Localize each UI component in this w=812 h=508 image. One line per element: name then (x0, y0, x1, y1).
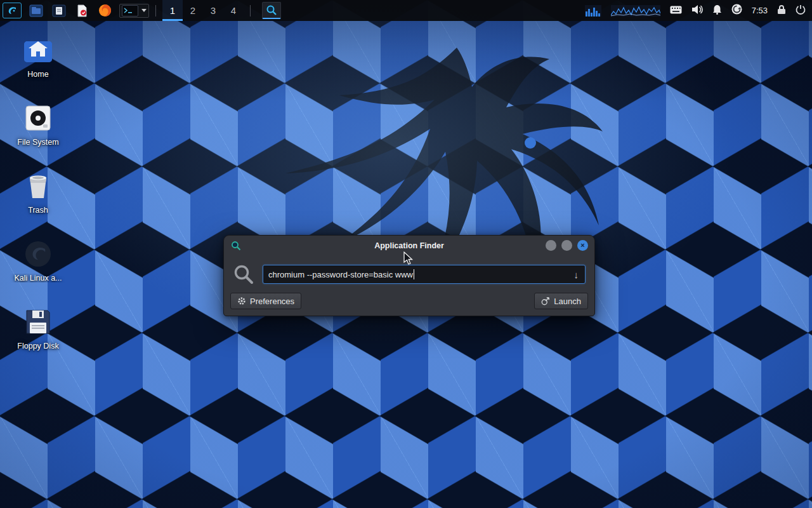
workspace-2[interactable]: 2 (183, 0, 203, 21)
volume-control[interactable] (691, 4, 703, 17)
terminal-profile-chevron-icon[interactable] (141, 9, 147, 12)
workspace-4[interactable]: 4 (223, 0, 244, 21)
gear-icon (237, 297, 246, 305)
desktop-icon-kali-docs[interactable]: Kali Linux a... (8, 239, 69, 283)
desktop-icon-floppy-disk[interactable]: Floppy Disk (8, 307, 69, 351)
keyboard-indicator[interactable] (670, 5, 682, 17)
command-text: chromium --password-store=basic www (268, 270, 413, 279)
launcher-firefox[interactable] (96, 3, 113, 19)
desktop-icon-label: Kali Linux a... (8, 274, 69, 283)
terminal-icon (122, 5, 138, 17)
firefox-icon (98, 4, 112, 17)
desktop-icon-trash[interactable]: Trash (8, 171, 69, 215)
notifications[interactable] (712, 4, 722, 17)
cpu-graph-widget[interactable] (585, 5, 601, 17)
keyboard-icon (670, 6, 682, 14)
panel-separator (155, 5, 156, 17)
history-dropdown-arrow-icon[interactable]: ↓ (573, 270, 580, 279)
taskbar-application-finder-button[interactable] (262, 2, 281, 19)
clock-label: 7:53 (752, 6, 768, 15)
desktop-icon-home[interactable]: Home (8, 36, 69, 79)
launch-label: Launch (554, 297, 581, 306)
bell-icon (712, 4, 722, 15)
command-input[interactable]: chromium --password-store=basic www ↓ (263, 265, 586, 284)
close-button[interactable]: × (577, 240, 588, 251)
desktop-icon-label: Trash (8, 206, 69, 215)
text-editor-icon (75, 4, 88, 17)
applications-menu-button[interactable] (3, 3, 22, 18)
mouse-cursor (403, 251, 414, 265)
minimize-button[interactable] (546, 240, 556, 251)
search-icon (233, 264, 254, 285)
preferences-button[interactable]: Preferences (230, 293, 301, 309)
preferences-label: Preferences (250, 297, 294, 306)
desktop-icon-file-system[interactable]: File System (8, 104, 69, 147)
workspace-2-label: 2 (190, 5, 195, 16)
workspace-1[interactable]: 1 (162, 0, 183, 21)
kali-docs-icon (8, 239, 69, 269)
files-icon (52, 4, 66, 17)
workspace-3[interactable]: 3 (203, 0, 223, 21)
file-system-icon (8, 104, 69, 133)
update-icon (731, 4, 742, 15)
launcher-files[interactable] (51, 3, 67, 19)
lock-icon (777, 4, 786, 15)
volume-icon (691, 4, 703, 15)
launch-button[interactable]: Launch (534, 293, 588, 309)
desktop-icon-label: Home (8, 70, 69, 79)
application-finder-window: Application Finder × chromium --password… (223, 235, 595, 316)
close-icon: × (580, 242, 584, 249)
session-logout[interactable] (796, 4, 806, 17)
network-graph-widget[interactable] (611, 5, 660, 17)
workspace-1-label: 1 (170, 5, 175, 16)
home-icon (8, 36, 69, 65)
workspace-3-label: 3 (211, 5, 216, 16)
window-finder-icon (231, 241, 241, 251)
launcher-terminal[interactable] (119, 4, 149, 18)
text-caret (414, 269, 415, 279)
application-finder-task-icon (266, 4, 277, 16)
power-icon (796, 4, 806, 15)
cpu-graph-icon (585, 5, 601, 17)
top-panel: 1 2 3 4 (0, 0, 812, 21)
desktop-icon-label: File System (8, 138, 69, 147)
update-notifier[interactable] (731, 4, 742, 17)
panel-separator-2 (250, 5, 251, 17)
launcher-text-editor[interactable] (74, 3, 90, 19)
maximize-button[interactable] (561, 240, 572, 251)
file-manager-icon (29, 4, 43, 17)
clock[interactable]: 7:53 (752, 6, 768, 15)
screen-lock[interactable] (777, 4, 786, 17)
launcher-file-manager[interactable] (28, 3, 44, 19)
workspace-4-label: 4 (231, 5, 236, 16)
kali-menu-icon (6, 6, 18, 16)
floppy-disk-icon (8, 307, 69, 337)
desktop-icon-label: Floppy Disk (8, 342, 69, 351)
launch-icon (541, 297, 550, 305)
window-title: Application Finder (374, 241, 444, 250)
network-graph-icon (611, 5, 660, 17)
trash-icon (8, 171, 69, 201)
